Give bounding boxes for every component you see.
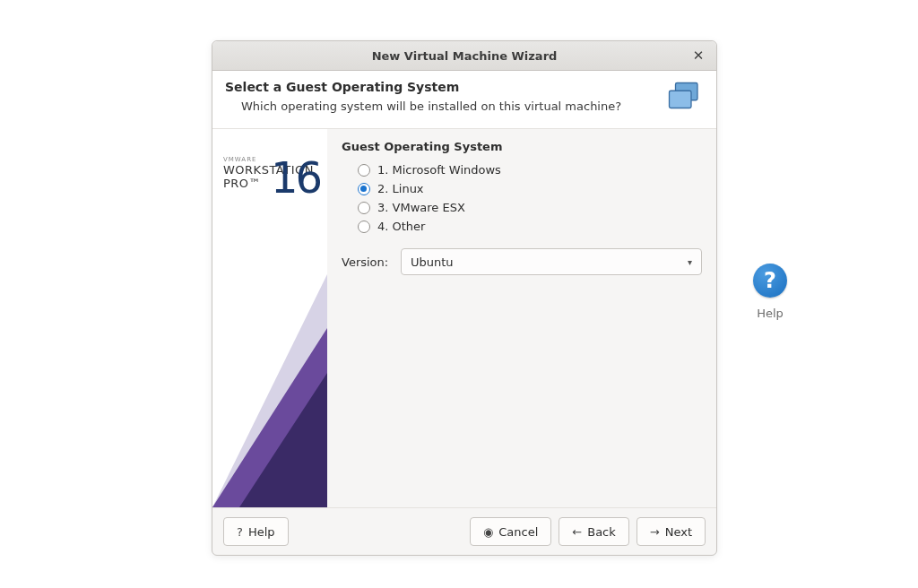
arrow-right-icon: → — [650, 526, 660, 538]
form-area: Guest Operating System 1. Microsoft Wind… — [327, 129, 716, 507]
next-button[interactable]: → Next — [637, 517, 706, 546]
chevron-down-icon: ▾ — [688, 257, 692, 267]
desktop-help-shortcut[interactable]: ? Help — [743, 264, 797, 320]
sidebar-brand-image: VMWARE WORKSTATION PRO™ 16 — [212, 129, 327, 507]
back-button-label: Back — [587, 525, 616, 539]
footer-right: ◉ Cancel ← Back → Next — [470, 517, 706, 546]
brand-version-number: 16 — [271, 152, 320, 203]
os-group-label: Guest Operating System — [342, 140, 702, 153]
cancel-icon: ◉ — [483, 526, 493, 538]
os-option-linux[interactable]: 2. Linux — [342, 179, 702, 198]
titlebar: New Virtual Machine Wizard ✕ — [212, 41, 716, 71]
version-row: Version: Ubuntu ▾ — [342, 248, 702, 275]
window-title: New Virtual Machine Wizard — [372, 49, 558, 63]
help-circle-icon: ? — [753, 264, 787, 298]
os-option-label: 2. Linux — [377, 182, 424, 195]
help-button-label: Help — [248, 525, 275, 539]
footer: ? Help ◉ Cancel ← Back → Next — [212, 507, 716, 555]
version-selected: Ubuntu — [411, 255, 454, 269]
os-option-label: 1. Microsoft Windows — [377, 163, 501, 177]
page-subtitle: Which operating system will be installed… — [225, 99, 659, 113]
version-label: Version: — [342, 255, 401, 269]
os-option-other[interactable]: 4. Other — [342, 217, 702, 236]
question-icon: ? — [237, 526, 243, 538]
header-panel: Select a Guest Operating System Which op… — [212, 71, 716, 129]
os-option-label: 3. VMware ESX — [377, 201, 465, 214]
cancel-button[interactable]: ◉ Cancel — [470, 517, 551, 546]
help-button[interactable]: ? Help — [223, 517, 289, 546]
os-option-windows[interactable]: 1. Microsoft Windows — [342, 160, 702, 179]
svg-rect-1 — [670, 91, 692, 108]
radio-icon — [358, 220, 370, 233]
wizard-dialog: New Virtual Machine Wizard ✕ Select a Gu… — [212, 40, 717, 556]
os-option-label: 4. Other — [377, 220, 425, 233]
desktop-help-label: Help — [743, 307, 797, 320]
radio-icon — [358, 202, 370, 214]
close-icon[interactable]: ✕ — [688, 41, 709, 70]
page-title: Select a Guest Operating System — [225, 80, 659, 94]
version-combo[interactable]: Ubuntu ▾ — [401, 248, 702, 275]
radio-icon — [358, 183, 370, 195]
arrow-left-icon: ← — [572, 526, 582, 538]
radio-icon — [358, 164, 370, 177]
next-button-label: Next — [665, 525, 692, 539]
header-text: Select a Guest Operating System Which op… — [225, 80, 659, 113]
body: VMWARE WORKSTATION PRO™ 16 Guest Operati… — [212, 129, 716, 507]
monitors-icon — [666, 80, 704, 117]
cancel-button-label: Cancel — [498, 525, 538, 539]
os-option-vmware-esx[interactable]: 3. VMware ESX — [342, 198, 702, 217]
back-button[interactable]: ← Back — [559, 517, 628, 546]
